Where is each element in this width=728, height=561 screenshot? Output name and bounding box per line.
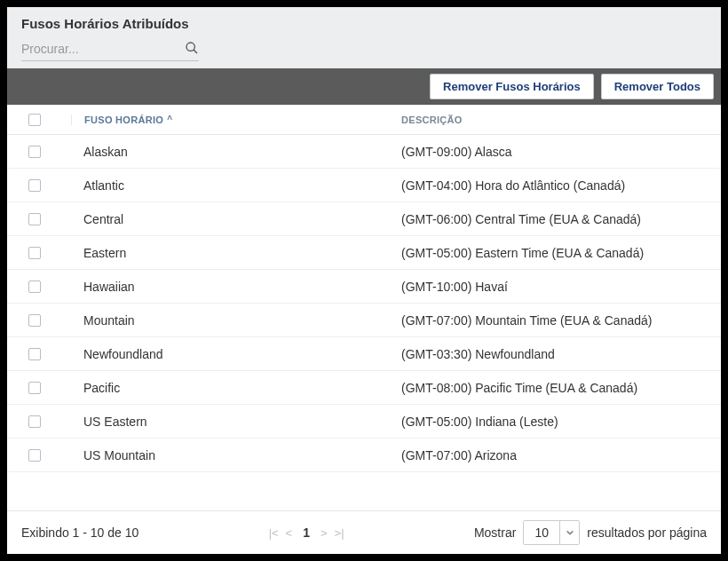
table-row[interactable]: US Mountain(GMT-07:00) Arizona: [7, 439, 721, 472]
row-description: (GMT-10:00) Havaí: [394, 280, 721, 294]
row-check-cell: [7, 179, 71, 192]
table-row[interactable]: Mountain(GMT-07:00) Mountain Time (EUA &…: [7, 304, 721, 337]
row-timezone: Hawaiian: [71, 280, 394, 294]
row-description: (GMT-08:00) Pacific Time (EUA & Canadá): [394, 381, 721, 395]
pager-prev-icon[interactable]: <: [286, 526, 293, 540]
row-description: (GMT-03:30) Newfoundland: [394, 347, 721, 361]
pagination: |< < 1 > >|: [138, 525, 474, 540]
pager-first-icon[interactable]: |<: [269, 526, 279, 540]
row-checkbox[interactable]: [28, 314, 41, 327]
svg-line-1: [194, 50, 197, 53]
chevron-down-icon: [566, 528, 574, 537]
table-row[interactable]: Hawaiian(GMT-10:00) Havaí: [7, 270, 721, 304]
page-size-select[interactable]: [523, 520, 580, 545]
app-window: Fusos Horários Atribuídos Remover Fusos …: [7, 7, 721, 554]
row-check-cell: [7, 348, 71, 360]
row-timezone: US Mountain: [71, 448, 394, 462]
table: FUSO HORÁRIO ^ DESCRIÇÃO Alaskan(GMT-09:…: [7, 105, 721, 510]
row-timezone: Mountain: [71, 313, 394, 328]
row-timezone: Alaskan: [71, 145, 394, 159]
row-checkbox[interactable]: [28, 247, 41, 259]
page-size-dropdown-button[interactable]: [559, 521, 579, 544]
page-title: Fusos Horários Atribuídos: [21, 16, 707, 31]
row-timezone: Eastern: [71, 246, 394, 260]
sort-ascending-icon: ^: [167, 115, 172, 124]
row-check-cell: [7, 280, 71, 293]
search-input[interactable]: [21, 40, 185, 58]
page-size-input[interactable]: [524, 521, 559, 544]
row-checkbox[interactable]: [28, 382, 41, 394]
row-checkbox[interactable]: [28, 280, 41, 293]
table-row[interactable]: Newfoundland(GMT-03:30) Newfoundland: [7, 337, 721, 371]
row-checkbox[interactable]: [28, 348, 41, 360]
results-count: Exibindo 1 - 10 de 10: [21, 525, 138, 540]
row-checkbox[interactable]: [28, 415, 41, 428]
search-field-wrap: [21, 40, 199, 61]
toolbar: Remover Fusos Horários Remover Todos: [7, 68, 721, 105]
row-description: (GMT-05:00) Eastern Time (EUA & Canadá): [394, 246, 721, 260]
svg-point-0: [186, 43, 194, 51]
table-header: FUSO HORÁRIO ^ DESCRIÇÃO: [7, 105, 721, 135]
row-check-cell: [7, 213, 71, 225]
select-all-checkbox[interactable]: [28, 114, 41, 126]
row-timezone: US Eastern: [71, 415, 394, 429]
remove-selected-button[interactable]: Remover Fusos Horários: [430, 74, 594, 99]
table-body: Alaskan(GMT-09:00) AlascaAtlantic(GMT-04…: [7, 135, 721, 472]
row-check-cell: [7, 314, 71, 327]
column-header-timezone-label: FUSO HORÁRIO: [84, 115, 163, 125]
table-row[interactable]: Alaskan(GMT-09:00) Alasca: [7, 135, 721, 169]
row-check-cell: [7, 449, 71, 462]
page-size-control: Mostrar resultados por página: [474, 520, 707, 545]
table-row[interactable]: Pacific(GMT-08:00) Pacific Time (EUA & C…: [7, 371, 721, 405]
row-description: (GMT-04:00) Hora do Atlântico (Canadá): [394, 178, 721, 193]
row-checkbox[interactable]: [28, 146, 41, 158]
search-icon[interactable]: [185, 41, 199, 58]
row-timezone: Pacific: [71, 381, 394, 395]
page-size-label: Mostrar: [474, 525, 516, 540]
row-timezone: Central: [71, 212, 394, 226]
table-row[interactable]: Central(GMT-06:00) Central Time (EUA & C…: [7, 202, 721, 236]
row-checkbox[interactable]: [28, 449, 41, 462]
table-row[interactable]: US Eastern(GMT-05:00) Indiana (Leste): [7, 405, 721, 439]
pager-last-icon[interactable]: >|: [335, 526, 344, 540]
column-header-timezone[interactable]: FUSO HORÁRIO ^: [71, 115, 394, 125]
row-timezone: Newfoundland: [71, 347, 394, 361]
row-check-cell: [7, 146, 71, 158]
row-description: (GMT-09:00) Alasca: [394, 145, 721, 159]
row-checkbox[interactable]: [28, 213, 41, 225]
table-row[interactable]: Atlantic(GMT-04:00) Hora do Atlântico (C…: [7, 169, 721, 202]
pager-current-page: 1: [299, 525, 313, 540]
remove-all-button[interactable]: Remover Todos: [601, 74, 714, 99]
row-check-cell: [7, 382, 71, 394]
table-row[interactable]: Eastern(GMT-05:00) Eastern Time (EUA & C…: [7, 236, 721, 270]
header-check-cell: [7, 114, 71, 126]
row-check-cell: [7, 415, 71, 428]
column-header-description-label: DESCRIÇÃO: [401, 115, 463, 125]
row-description: (GMT-05:00) Indiana (Leste): [394, 415, 721, 429]
header: Fusos Horários Atribuídos: [7, 7, 721, 68]
row-description: (GMT-07:00) Mountain Time (EUA & Canadá): [394, 313, 721, 328]
row-timezone: Atlantic: [71, 178, 394, 193]
row-description: (GMT-06:00) Central Time (EUA & Canadá): [394, 212, 721, 226]
page-size-suffix: resultados por página: [587, 525, 707, 540]
row-check-cell: [7, 247, 71, 259]
footer: Exibindo 1 - 10 de 10 |< < 1 > >| Mostra…: [7, 510, 721, 554]
column-header-description[interactable]: DESCRIÇÃO: [394, 115, 721, 125]
row-checkbox[interactable]: [28, 179, 41, 192]
pager-next-icon[interactable]: >: [320, 526, 328, 540]
row-description: (GMT-07:00) Arizona: [394, 448, 721, 462]
